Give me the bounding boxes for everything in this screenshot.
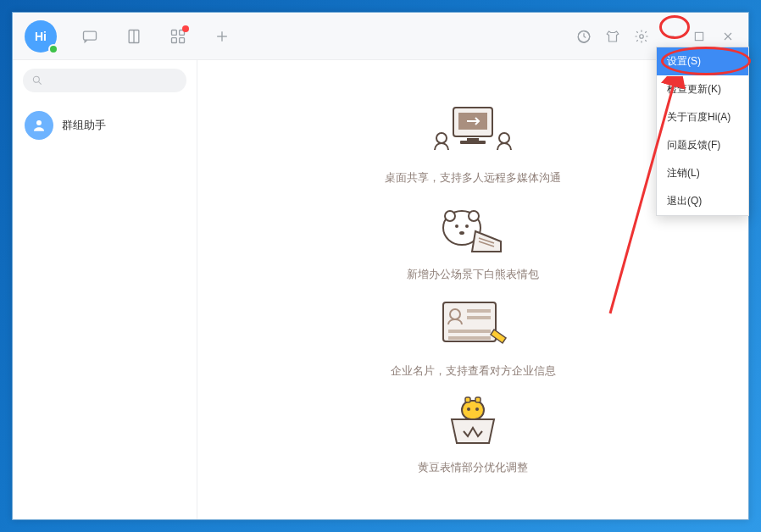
svg-point-22 <box>436 133 447 143</box>
svg-rect-35 <box>467 316 491 319</box>
search-box[interactable] <box>23 69 186 92</box>
app-window: Hi <box>12 12 749 520</box>
svg-point-41 <box>467 407 470 411</box>
feature-business-card: 企业名片，支持查看对方企业信息 <box>391 294 556 379</box>
apps-icon[interactable] <box>169 27 187 46</box>
notification-badge <box>182 25 189 32</box>
contact-avatar <box>25 111 53 140</box>
titlebar: Hi <box>13 13 748 60</box>
sidebar: 群组助手 <box>13 60 197 519</box>
feature-screen-share: 桌面共享，支持多人远程多媒体沟通 <box>385 101 561 186</box>
menu-item-check-update[interactable]: 检查更新(K) <box>657 75 748 103</box>
search-wrap <box>13 60 197 101</box>
avatar-text: Hi <box>35 30 47 43</box>
titlebar-right-icons <box>575 28 736 45</box>
settings-dropdown: 设置(S) 检查更新(K) 关于百度Hi(A) 问题反馈(F) 注销(L) 退出… <box>656 47 749 216</box>
feature-caption: 新增办公场景下白熊表情包 <box>407 267 539 282</box>
add-icon[interactable] <box>213 27 231 46</box>
svg-point-27 <box>455 224 458 228</box>
menu-item-logout[interactable]: 注销(L) <box>657 159 748 187</box>
contact-item-group-assistant[interactable]: 群组助手 <box>13 104 197 147</box>
svg-rect-3 <box>172 30 177 35</box>
contact-name: 群组助手 <box>62 118 106 133</box>
feature-caption: 桌面共享，支持多人远程多媒体沟通 <box>385 170 561 186</box>
menu-item-about[interactable]: 关于百度Hi(A) <box>657 103 748 131</box>
gear-icon[interactable] <box>633 28 650 45</box>
feature-bear-sticker: 新增办公场景下白熊表情包 <box>407 197 539 282</box>
titlebar-left-icons <box>81 27 231 46</box>
svg-rect-32 <box>443 302 496 341</box>
contacts-icon[interactable] <box>125 27 143 46</box>
svg-rect-40 <box>475 397 480 402</box>
svg-point-10 <box>640 34 644 38</box>
svg-rect-38 <box>462 401 484 419</box>
minimize-icon[interactable] <box>662 28 679 45</box>
person-icon <box>31 118 47 133</box>
skin-icon[interactable] <box>604 28 621 45</box>
feature-caption: 黄豆表情部分优化调整 <box>418 460 528 475</box>
close-icon[interactable] <box>719 28 736 45</box>
svg-point-29 <box>459 231 464 235</box>
svg-rect-36 <box>448 330 491 333</box>
svg-rect-6 <box>180 37 185 42</box>
illustration-bear <box>426 197 519 262</box>
svg-rect-39 <box>465 397 470 402</box>
svg-point-17 <box>36 120 42 125</box>
svg-line-16 <box>39 82 42 85</box>
svg-point-42 <box>475 407 479 411</box>
contact-list: 群组助手 <box>13 101 197 150</box>
svg-rect-21 <box>460 141 486 144</box>
svg-point-23 <box>499 133 509 143</box>
menu-item-quit[interactable]: 退出(Q) <box>657 187 748 215</box>
svg-point-25 <box>445 211 455 221</box>
svg-point-15 <box>33 76 39 82</box>
feature-emoji: 黄豆表情部分优化调整 <box>418 391 528 475</box>
online-status-dot <box>48 44 58 54</box>
svg-rect-12 <box>695 32 703 40</box>
search-input[interactable] <box>48 75 178 86</box>
window-body: 群组助手 <box>13 60 748 519</box>
svg-point-28 <box>465 224 469 228</box>
illustration-screen-share <box>426 101 519 165</box>
svg-rect-20 <box>467 138 479 141</box>
menu-item-feedback[interactable]: 问题反馈(F) <box>657 131 748 159</box>
svg-rect-5 <box>172 37 177 42</box>
illustration-emoji <box>426 391 519 455</box>
user-avatar[interactable]: Hi <box>25 20 57 53</box>
maximize-icon[interactable] <box>691 28 708 45</box>
illustration-card <box>426 294 519 358</box>
svg-rect-37 <box>448 336 491 340</box>
feature-caption: 企业名片，支持查看对方企业信息 <box>391 363 556 379</box>
history-icon[interactable] <box>575 28 592 45</box>
svg-rect-34 <box>467 309 491 313</box>
chat-icon[interactable] <box>81 27 99 46</box>
menu-item-settings[interactable]: 设置(S) <box>657 47 748 75</box>
search-icon <box>31 75 43 86</box>
svg-rect-0 <box>84 31 97 40</box>
svg-point-26 <box>469 211 479 221</box>
